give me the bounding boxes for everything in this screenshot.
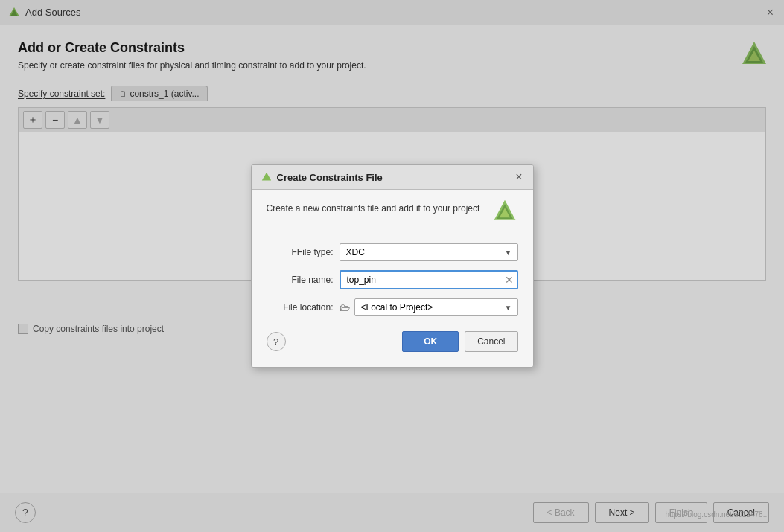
dialog-footer: ? OK Cancel — [267, 325, 518, 352]
dialog-vivado-icon — [261, 171, 273, 183]
file-location-row: File location: 🗁 <Local to Project> ▼ — [267, 298, 518, 316]
dialog-titlebar: Create Constraints File × — [252, 165, 533, 190]
dialog-body: Create a new constraints file and add it… — [252, 190, 533, 367]
dialog-close-button[interactable]: × — [514, 171, 523, 183]
file-type-row: FFile type: XDC ▼ — [267, 243, 518, 261]
dialog-logo — [491, 199, 518, 225]
file-name-label: File name: — [267, 275, 334, 285]
dialog-action-buttons: OK Cancel — [402, 331, 517, 352]
dialog-cancel-button[interactable]: Cancel — [465, 331, 517, 352]
dialog-title-left: Create Constraints File — [261, 171, 383, 183]
main-window: Add Sources × Add or Create Constraints … — [0, 0, 784, 532]
file-location-select[interactable]: <Local to Project> — [354, 298, 518, 316]
create-constraints-dialog: Create Constraints File × Create a new c… — [251, 164, 534, 368]
dialog-description: Create a new constraints file and add it… — [267, 202, 482, 215]
file-location-label: File location: — [267, 302, 334, 313]
dialog-overlay: Create Constraints File × Create a new c… — [0, 0, 784, 532]
file-name-input[interactable] — [340, 270, 518, 289]
file-type-control: XDC ▼ — [340, 243, 518, 261]
file-type-label: FFile type: — [267, 247, 334, 257]
dialog-title: Create Constraints File — [277, 172, 383, 183]
folder-icon: 🗁 — [340, 301, 350, 313]
file-name-control: ✕ — [340, 270, 518, 289]
ok-button[interactable]: OK — [402, 331, 459, 352]
dialog-help-button[interactable]: ? — [267, 332, 286, 351]
file-location-control: 🗁 <Local to Project> ▼ — [340, 298, 518, 316]
input-clear-button[interactable]: ✕ — [505, 274, 514, 286]
svg-marker-5 — [261, 173, 270, 181]
file-name-row: File name: ✕ — [267, 270, 518, 289]
file-type-select[interactable]: XDC — [340, 243, 518, 261]
